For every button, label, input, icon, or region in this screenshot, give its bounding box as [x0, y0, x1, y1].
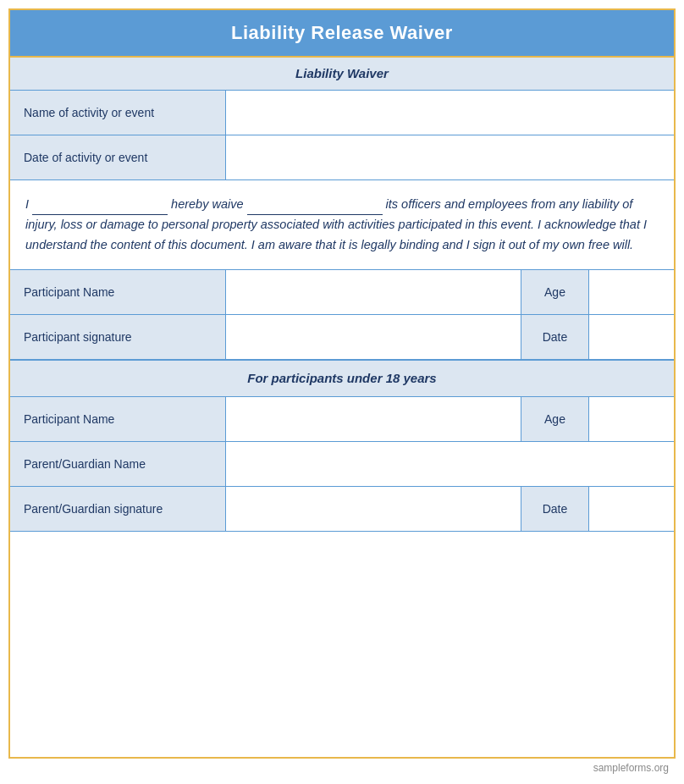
- age-label-2: Age: [521, 397, 589, 441]
- activity-name-label: Name of activity or event: [10, 91, 226, 135]
- waiver-i: I: [25, 197, 32, 211]
- under18-header-text: For participants under 18 years: [247, 371, 436, 385]
- subtitle-text: Liability Waiver: [295, 66, 389, 80]
- participant-signature-value[interactable]: [226, 315, 521, 359]
- participant-name-label: Participant Name: [10, 270, 226, 314]
- guardian-signature-row: Parent/Guardian signature Date: [10, 487, 674, 532]
- activity-date-row: Date of activity or event: [10, 135, 674, 180]
- under18-participant-name-row: Participant Name Age: [10, 397, 674, 442]
- date-value-1[interactable]: [589, 315, 674, 359]
- date-value-2[interactable]: [589, 487, 674, 531]
- subtitle-row: Liability Waiver: [10, 58, 674, 91]
- under18-header-row: For participants under 18 years: [10, 360, 674, 397]
- guardian-name-label: Parent/Guardian Name: [10, 442, 226, 486]
- watermark: sampleforms.org: [8, 759, 676, 776]
- guardian-signature-label: Parent/Guardian signature: [10, 487, 226, 531]
- date-label-2: Date: [521, 487, 589, 531]
- form-container: Liability Release Waiver Liability Waive…: [8, 8, 676, 759]
- participant-signature-row: Participant signature Date: [10, 315, 674, 360]
- age-value-2[interactable]: [589, 397, 674, 441]
- guardian-name-value[interactable]: [226, 442, 674, 486]
- under18-participant-name-label: Participant Name: [10, 397, 226, 441]
- activity-date-value[interactable]: [226, 135, 674, 179]
- age-label-1: Age: [521, 270, 589, 314]
- participant-name-row: Participant Name Age: [10, 270, 674, 315]
- activity-name-row: Name of activity or event: [10, 91, 674, 135]
- form-title-row: Liability Release Waiver: [10, 10, 674, 58]
- form-title: Liability Release Waiver: [231, 22, 453, 43]
- guardian-signature-value[interactable]: [226, 487, 521, 531]
- date-label-1: Date: [521, 315, 589, 359]
- activity-date-label: Date of activity or event: [10, 135, 226, 179]
- waiver-text-row: I hereby waive its officers and employee…: [10, 180, 674, 270]
- under18-participant-name-value[interactable]: [226, 397, 521, 441]
- age-value-1[interactable]: [589, 270, 674, 314]
- activity-name-value[interactable]: [226, 91, 674, 135]
- guardian-name-row: Parent/Guardian Name: [10, 442, 674, 487]
- waiver-blank-2[interactable]: [247, 194, 383, 215]
- participant-name-value[interactable]: [226, 270, 521, 314]
- page-wrapper: Liability Release Waiver Liability Waive…: [0, 0, 684, 784]
- participant-signature-label: Participant signature: [10, 315, 226, 359]
- waiver-blank-1[interactable]: [32, 194, 168, 215]
- watermark-text: sampleforms.org: [593, 762, 669, 774]
- waiver-hereby: hereby waive: [171, 197, 246, 211]
- waiver-text: I hereby waive its officers and employee…: [25, 194, 659, 256]
